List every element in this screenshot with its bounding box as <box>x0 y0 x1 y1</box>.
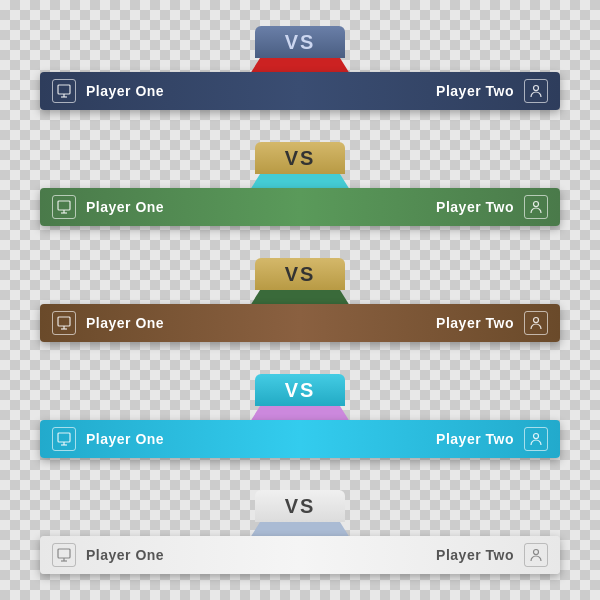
right-section-1: Player Two <box>300 72 560 110</box>
left-section-2: Player One <box>40 188 300 226</box>
player-two-icon-5 <box>524 543 548 567</box>
vs-label-4: VS <box>255 374 345 406</box>
vs-label-wrapper-5: VS <box>250 490 350 538</box>
vs-text-3: VS <box>285 263 316 286</box>
svg-point-15 <box>534 434 539 439</box>
svg-point-11 <box>534 318 539 323</box>
player-one-icon-2 <box>52 195 76 219</box>
right-section-2: Player Two <box>300 188 560 226</box>
player-two-icon-4 <box>524 427 548 451</box>
player-one-icon-3 <box>52 311 76 335</box>
vs-label-1: VS <box>255 26 345 58</box>
player-two-name-3: Player Two <box>436 315 514 331</box>
player-one-name-2: Player One <box>86 199 164 215</box>
svg-rect-12 <box>58 433 70 442</box>
player-one-icon-1 <box>52 79 76 103</box>
left-section-1: Player One <box>40 72 300 110</box>
vs-bar-5: Player One Player Two <box>40 536 560 574</box>
vs-bar-1: Player One Player Two <box>40 72 560 110</box>
svg-rect-4 <box>58 201 70 210</box>
vs-text-4: VS <box>285 379 316 402</box>
svg-rect-16 <box>58 549 70 558</box>
player-two-icon-3 <box>524 311 548 335</box>
left-section-3: Player One <box>40 304 300 342</box>
player-one-name-3: Player One <box>86 315 164 331</box>
vs-text-5: VS <box>285 495 316 518</box>
vs-text-2: VS <box>285 147 316 170</box>
vs-label-wrapper-4: VS <box>250 374 350 422</box>
vs-label-3: VS <box>255 258 345 290</box>
vs-label-wrapper-2: VS <box>250 142 350 190</box>
left-section-4: Player One <box>40 420 300 458</box>
right-section-5: Player Two <box>300 536 560 574</box>
vs-label-2: VS <box>255 142 345 174</box>
vs-label-5: VS <box>255 490 345 522</box>
vs-block-3: VS Player One Player Two <box>40 258 560 342</box>
player-two-name-4: Player Two <box>436 431 514 447</box>
player-two-name-2: Player Two <box>436 199 514 215</box>
right-section-4: Player Two <box>300 420 560 458</box>
right-section-3: Player Two <box>300 304 560 342</box>
vs-bar-4: Player One Player Two <box>40 420 560 458</box>
vs-bar-3: Player One Player Two <box>40 304 560 342</box>
vs-block-1: VS Player One Player Two <box>40 26 560 110</box>
svg-rect-0 <box>58 85 70 94</box>
player-two-icon-1 <box>524 79 548 103</box>
vs-text-1: VS <box>285 31 316 54</box>
player-two-name-5: Player Two <box>436 547 514 563</box>
player-two-name-1: Player Two <box>436 83 514 99</box>
player-one-name-4: Player One <box>86 431 164 447</box>
svg-point-3 <box>534 86 539 91</box>
vs-block-4: VS Player One Player Two <box>40 374 560 458</box>
player-one-name-5: Player One <box>86 547 164 563</box>
player-one-name-1: Player One <box>86 83 164 99</box>
vs-bar-2: Player One Player Two <box>40 188 560 226</box>
vs-label-wrapper-3: VS <box>250 258 350 306</box>
vs-block-5: VS Player One Player Two <box>40 490 560 574</box>
svg-point-7 <box>534 202 539 207</box>
player-one-icon-4 <box>52 427 76 451</box>
left-section-5: Player One <box>40 536 300 574</box>
svg-point-19 <box>534 550 539 555</box>
svg-rect-8 <box>58 317 70 326</box>
vs-label-wrapper-1: VS <box>250 26 350 74</box>
player-two-icon-2 <box>524 195 548 219</box>
vs-block-2: VS Player One Player Two <box>40 142 560 226</box>
player-one-icon-5 <box>52 543 76 567</box>
